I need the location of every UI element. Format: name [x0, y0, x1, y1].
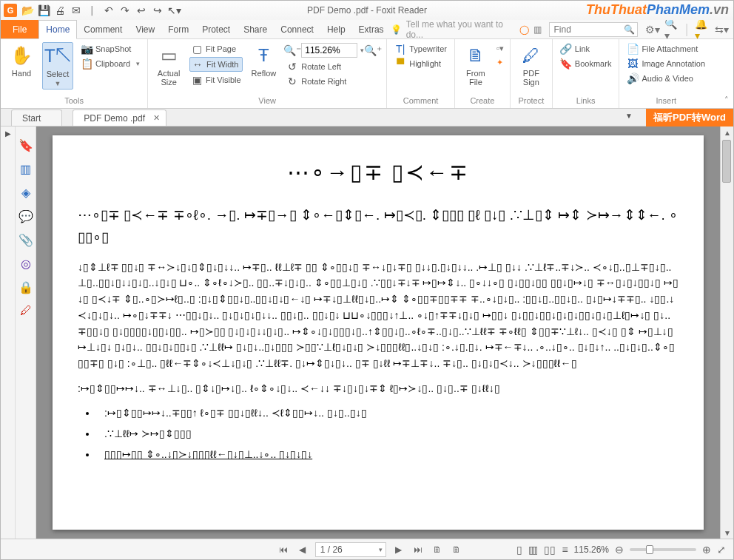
group-tools: ✋ Hand Ꭲ↖ Select ▼ 📷SnapShot 📋Clipboard▾…: [1, 39, 148, 108]
collapse-ribbon-icon[interactable]: ˄: [724, 95, 729, 105]
snapshot-button[interactable]: 📷SnapShot: [79, 42, 141, 55]
zoom-control[interactable]: 🔍⁻ ▾ 🔍⁺: [285, 42, 380, 58]
page-separate: :↦▯⇕▯▯↦↦↓.. ∓↔⊥↓▯.. ▯⇕↓▯↦↓▯.. ℓ∘⇕∘↓▯↓.. …: [53, 377, 704, 402]
signatures-panel-icon[interactable]: 🖊: [19, 304, 33, 317]
fit-visible-button[interactable]: ▣Fit Visible: [189, 73, 242, 87]
status-doc-icon[interactable]: 🗎: [431, 543, 444, 556]
search2-icon[interactable]: 🔍▾: [664, 18, 680, 41]
tab-protect[interactable]: Protect: [195, 20, 237, 38]
page-viewport[interactable]: ⋯∘→▯∓ ▯≺←∓ ⋯∘▯∓ ▯≺←∓ ∓∘ℓ∘. →▯. ↦∓▯→▯ ⇕∘←…: [36, 126, 720, 539]
highlight-button[interactable]: ▀Highlight: [393, 57, 448, 70]
continuous-icon[interactable]: ▥: [528, 544, 538, 556]
file-attachment-button[interactable]: 📄File Attachment: [625, 42, 707, 55]
prev-view-icon[interactable]: ↩: [135, 4, 147, 16]
email-icon[interactable]: ✉: [70, 4, 82, 16]
actual-size-button[interactable]: ▭ Actual Size: [154, 42, 184, 88]
select-text-icon: Ꭲ↖: [46, 44, 70, 68]
clipboard-button[interactable]: 📋Clipboard▾: [79, 57, 141, 70]
zoom-slider[interactable]: [630, 548, 696, 551]
list-item: ▯▯▯↦▯▯ ⇕∘..↓▯≻↓▯▯▯ℓℓ←▯↓▯⊥..↓∘.. ▯↓▯↓▯↓: [97, 444, 659, 465]
bell-icon[interactable]: 🔔▾: [695, 18, 710, 41]
tab-extras[interactable]: Extras: [352, 20, 391, 38]
doctab-start[interactable]: Start: [11, 109, 62, 126]
reflow-button[interactable]: Ŧ Reflow: [249, 42, 280, 79]
doctab-current[interactable]: PDF Demo .pdf✕: [73, 109, 166, 126]
tab-help[interactable]: Help: [320, 20, 352, 38]
facing-icon[interactable]: ▯▯: [544, 544, 556, 556]
pages-panel-icon[interactable]: ▥: [19, 162, 33, 175]
expand-sidebar-icon[interactable]: ▶: [5, 129, 11, 138]
save-icon[interactable]: 💾: [38, 4, 50, 16]
last-page-icon[interactable]: ⏭: [411, 543, 425, 556]
tab-form[interactable]: Form: [161, 20, 195, 38]
gear-icon[interactable]: ⚙▾: [645, 24, 660, 36]
hand-tool[interactable]: ✋ Hand: [7, 42, 36, 79]
vertical-scrollbar[interactable]: ▲ ▼: [720, 126, 733, 539]
tab-comment[interactable]: Comment: [77, 20, 129, 38]
zoom-in-status-icon[interactable]: ⊕: [702, 544, 711, 556]
bookmarks-panel-icon[interactable]: 🔖: [19, 138, 33, 152]
tab-connect[interactable]: Connect: [274, 20, 320, 38]
fullscreen-icon[interactable]: ⤢: [717, 544, 726, 556]
window-title: PDF Demo .pdf - Foxit Reader: [307, 5, 427, 16]
close-icon[interactable]: ✕: [153, 113, 160, 123]
link-button[interactable]: 🔗Link: [559, 42, 613, 55]
settings-square-icon[interactable]: ▥: [533, 24, 542, 35]
connected-panel-icon[interactable]: ◎: [19, 257, 33, 270]
zoom-out-icon[interactable]: 🔍⁻: [286, 44, 298, 56]
bookmark-button[interactable]: 🔖Bookmark: [559, 57, 613, 70]
fit-width-button[interactable]: ↔Fit Width: [189, 57, 242, 72]
tab-home[interactable]: Home: [38, 20, 77, 39]
image-annotation-button[interactable]: 🖼Image Annotation: [625, 57, 707, 70]
prev-page-icon[interactable]: ◀: [296, 543, 309, 556]
tell-me-search[interactable]: 💡 Tell me what you want to do... ◯ ▥: [391, 20, 546, 38]
zoom-input[interactable]: [301, 43, 357, 58]
convert-to-word-button[interactable]: 福昕PDF转Word: [646, 109, 733, 126]
file-tab[interactable]: File: [1, 20, 38, 38]
tab-view[interactable]: View: [129, 20, 161, 38]
security-panel-icon[interactable]: 🔒: [19, 280, 33, 294]
fit-page-button[interactable]: ▢Fit Page: [189, 42, 242, 55]
first-page-icon[interactable]: ⏮: [277, 543, 290, 556]
undo-icon[interactable]: ↶: [103, 4, 115, 16]
from-clipboard-icon[interactable]: ✦: [496, 58, 504, 67]
open-icon[interactable]: 📂: [21, 4, 33, 16]
cursor-mode-icon[interactable]: ↖▾: [168, 4, 180, 16]
zoom-slider-knob[interactable]: [646, 545, 653, 554]
rotate-left-button[interactable]: ↺Rotate Left: [285, 60, 380, 73]
search-icon[interactable]: 🔍: [624, 24, 635, 35]
select-tool[interactable]: Ꭲ↖ Select ▼: [42, 42, 73, 90]
tabs-dropdown-icon[interactable]: ▼: [625, 112, 633, 120]
blank-page-icon[interactable]: ▫▾: [496, 44, 504, 53]
next-page-icon[interactable]: ▶: [392, 543, 405, 556]
print-icon[interactable]: 🖨: [54, 4, 66, 16]
attachments-panel-icon[interactable]: 📎: [19, 233, 33, 246]
cont-facing-icon[interactable]: ≡: [562, 544, 568, 556]
orange-dot-icon[interactable]: ◯: [519, 24, 529, 35]
title-bar: G 📂 💾 🖨 ✉ │ ↶ ↷ ↩ ↪ ↖▾ PDF Demo .pdf - F…: [1, 1, 733, 20]
audio-video-button[interactable]: 🔊Audio & Video: [625, 72, 707, 85]
layers-panel-icon[interactable]: ◈: [19, 186, 33, 199]
page-list: :↦▯⇕▯▯↦↦↓..∓▯▯↑ ℓ∘▯∓ ▯▯↓▯ℓℓ↓.. ≺ℓ⇕▯▯↦↓..…: [53, 401, 704, 466]
status-doc2-icon[interactable]: 🗎: [450, 543, 463, 556]
left-gutter: ▶: [1, 126, 16, 539]
redo-icon[interactable]: ↷: [119, 4, 131, 16]
tab-share[interactable]: Share: [237, 20, 274, 38]
typewriter-button[interactable]: T|Typewriter: [393, 42, 448, 55]
next-view-icon[interactable]: ↪: [152, 4, 164, 16]
scroll-down-icon[interactable]: ▼: [721, 527, 733, 539]
list-item: :↦▯⇕▯▯↦↦↓..∓▯▯↑ ℓ∘▯∓ ▯▯↓▯ℓℓ↓.. ≺ℓ⇕▯▯↦↓..…: [97, 402, 659, 423]
scroll-thumb[interactable]: [722, 140, 731, 183]
convert-icon[interactable]: ⇆▾: [715, 24, 729, 36]
from-file-button[interactable]: 🗎 From File: [461, 42, 491, 88]
zoom-out-status-icon[interactable]: ⊖: [615, 544, 624, 556]
pdf-sign-button[interactable]: 🖊 PDF Sign: [516, 42, 546, 88]
comments-panel-icon[interactable]: 💬: [19, 209, 33, 223]
page-number-input[interactable]: 1 / 26▾: [315, 542, 386, 557]
rotate-right-button[interactable]: ↻Rotate Right: [285, 75, 380, 88]
zoom-in-icon[interactable]: 🔍⁺: [367, 44, 379, 56]
single-page-icon[interactable]: ▯: [516, 544, 522, 556]
reflow-icon: Ŧ: [252, 44, 275, 67]
scroll-up-icon[interactable]: ▲: [721, 126, 733, 138]
clipboard-icon: 📋: [81, 58, 92, 70]
